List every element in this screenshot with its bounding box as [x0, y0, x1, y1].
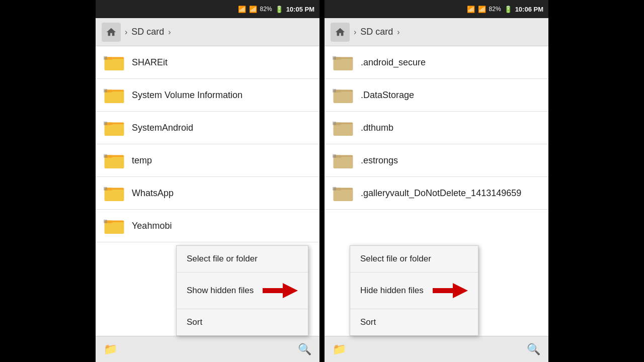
context-menu-item-show-hidden[interactable]: Show hidden files [177, 273, 308, 309]
svg-rect-9 [105, 124, 124, 136]
svg-rect-34 [334, 124, 353, 136]
list-item[interactable]: WhatsApp [96, 177, 319, 210]
folder-icon [104, 184, 125, 202]
right-files-icon[interactable]: 📁 [333, 343, 346, 356]
context-menu-item-hide-hidden[interactable]: Hide hidden files [350, 273, 478, 309]
folder-name: SHAREit [132, 57, 168, 68]
folder-name: .dthumb [361, 123, 393, 133]
folder-name: .estrongs [361, 155, 398, 166]
right-battery: 82% [489, 6, 501, 13]
list-item[interactable]: .galleryvault_DoNotDelete_1413149659 [325, 177, 548, 210]
list-item[interactable]: temp [96, 144, 319, 177]
folder-icon [104, 217, 125, 235]
svg-rect-21 [105, 222, 124, 234]
folder-icon [104, 53, 125, 71]
left-time: 10:05 PM [286, 6, 314, 13]
list-item[interactable]: SystemAndroid [96, 112, 319, 144]
left-breadcrumb[interactable]: SD card [131, 27, 164, 37]
left-phone-panel: 📶 📶 82% 🔋 10:05 PM › SD card › [96, 0, 319, 362]
right-nav-bar: › SD card › [325, 18, 548, 46]
left-breadcrumb-arrow: › [125, 28, 127, 37]
svg-rect-7 [104, 89, 107, 93]
svg-rect-28 [333, 56, 336, 60]
right-breadcrumb[interactable]: SD card [360, 27, 393, 37]
folder-icon [333, 151, 354, 169]
context-label: Sort [187, 317, 202, 327]
folder-icon [333, 86, 354, 104]
battery-icon: 🔋 [504, 6, 512, 13]
svg-rect-44 [333, 187, 336, 191]
signal-icon: 📶 [478, 6, 486, 13]
folder-name: SystemAndroid [132, 123, 193, 133]
folder-name: WhatsApp [132, 188, 174, 199]
list-item[interactable]: .dthumb [325, 112, 548, 144]
svg-rect-32 [333, 89, 336, 93]
svg-rect-40 [333, 154, 336, 158]
left-context-menu: Select file or folder Show hidden files … [176, 245, 308, 336]
list-item[interactable]: .android_secure [325, 46, 548, 79]
right-home-button[interactable] [331, 23, 350, 42]
context-label: Select file or folder [360, 254, 431, 264]
folder-icon [333, 184, 354, 202]
right-bottom-bar: 📁 🔍 [325, 336, 548, 362]
svg-rect-36 [333, 122, 336, 125]
svg-rect-13 [105, 157, 124, 168]
context-label: Hide hidden files [360, 286, 424, 296]
left-nav-bar: › SD card › [96, 18, 319, 46]
context-menu-item-sort[interactable]: Sort [350, 309, 478, 335]
right-status-bar: 📶 📶 82% 🔋 10:06 PM [325, 0, 548, 18]
context-label: Sort [360, 317, 376, 327]
svg-rect-38 [334, 157, 353, 168]
folder-icon [104, 151, 125, 169]
folder-icon [104, 86, 125, 104]
panel-gap [319, 0, 325, 362]
svg-rect-1 [105, 59, 124, 70]
red-arrow-icon [263, 281, 298, 301]
left-search-icon[interactable]: 🔍 [298, 343, 311, 356]
context-menu-item-sort[interactable]: Sort [177, 309, 308, 335]
left-battery: 82% [260, 6, 272, 13]
context-label: Select file or folder [187, 254, 258, 264]
svg-rect-15 [104, 154, 107, 158]
red-arrow-icon [433, 281, 468, 301]
signal-icon: 📶 [249, 6, 257, 13]
svg-rect-19 [104, 187, 107, 191]
right-time: 10:06 PM [515, 6, 543, 13]
svg-marker-24 [263, 283, 298, 298]
wifi-icon: 📶 [467, 6, 475, 13]
svg-rect-42 [334, 190, 353, 201]
list-item[interactable]: .estrongs [325, 144, 548, 177]
wifi-icon: 📶 [238, 6, 246, 13]
folder-icon [333, 53, 354, 71]
svg-rect-30 [334, 92, 353, 103]
folder-icon [333, 119, 354, 137]
left-home-button[interactable] [102, 23, 121, 42]
context-menu-item-select[interactable]: Select file or folder [177, 246, 308, 273]
folder-icon [104, 119, 125, 137]
folder-name: temp [132, 155, 152, 166]
list-item[interactable]: Yeahmobi [96, 210, 319, 242]
list-item[interactable]: SHAREit [96, 46, 319, 79]
svg-rect-23 [104, 220, 107, 223]
folder-name: .android_secure [361, 57, 426, 68]
battery-icon: 🔋 [275, 6, 283, 13]
right-phone-panel: 📶 📶 82% 🔋 10:06 PM › SD card › [325, 0, 548, 362]
context-label: Show hidden files [187, 286, 254, 296]
svg-marker-45 [433, 283, 468, 298]
left-files-icon[interactable]: 📁 [104, 343, 117, 356]
right-context-menu: Select file or folder Hide hidden files … [350, 245, 478, 336]
folder-name: .galleryvault_DoNotDelete_1413149659 [361, 188, 521, 199]
left-breadcrumb-end-arrow: › [168, 28, 171, 37]
svg-rect-17 [105, 190, 124, 201]
folder-name: Yeahmobi [132, 221, 172, 231]
folder-name: .DataStorage [361, 90, 414, 101]
list-item[interactable]: .DataStorage [325, 79, 548, 112]
list-item[interactable]: System Volume Information [96, 79, 319, 112]
context-menu-item-select[interactable]: Select file or folder [350, 246, 478, 273]
right-black-margin [548, 0, 644, 362]
right-search-icon[interactable]: 🔍 [527, 343, 540, 356]
svg-rect-11 [104, 122, 107, 125]
right-breadcrumb-end-arrow: › [397, 28, 399, 37]
svg-rect-3 [104, 56, 107, 60]
left-black-margin [0, 0, 96, 362]
